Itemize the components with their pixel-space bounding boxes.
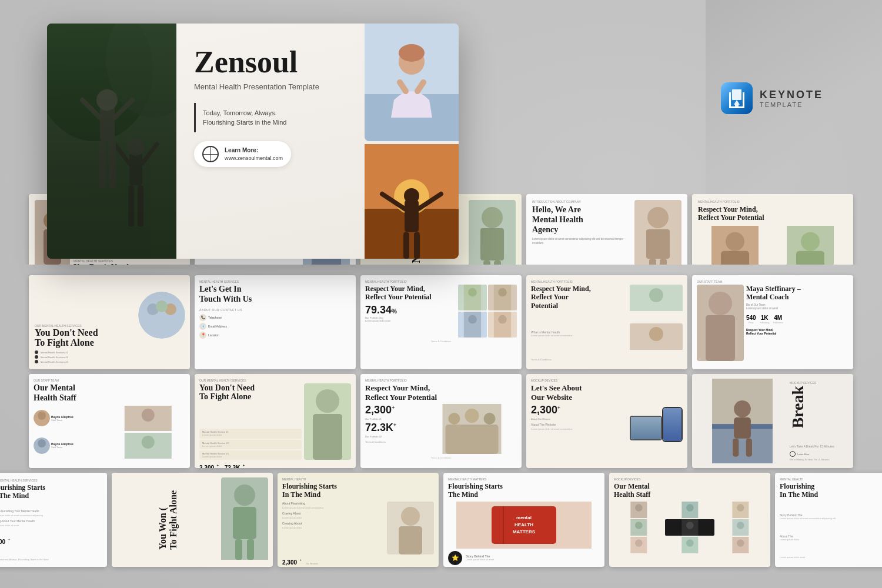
hero-learn-more: Learn More: www.zensoulmental.com (194, 141, 291, 167)
svg-rect-16 (99, 141, 106, 188)
svg-point-70 (649, 288, 663, 302)
svg-rect-108 (235, 539, 242, 560)
svg-point-60 (156, 300, 168, 312)
svg-point-47 (647, 207, 669, 228)
slides-row-1: Our Mental Health Services You Don't Nee… (0, 275, 882, 369)
svg-rect-96 (734, 417, 751, 439)
svg-point-74 (709, 292, 732, 315)
keynote-title: KEYNOTE (760, 89, 823, 101)
svg-rect-98 (746, 439, 752, 457)
hero-tagline: Today, Tomorrow, Always. Flourishing Sta… (194, 103, 359, 132)
svg-rect-53 (721, 250, 749, 265)
slide-fight-alone-stats[interactable]: Our Mental Health Services You Don't Nee… (195, 374, 356, 468)
slide-break[interactable]: Mockup Devices Break Let's Take A Break … (692, 374, 853, 468)
svg-rect-29 (405, 200, 419, 232)
slide-respect-stats[interactable]: Mental Health Portfolio Respect Your Min… (360, 275, 522, 369)
keynote-icon (721, 82, 753, 114)
svg-rect-34 (414, 232, 420, 259)
svg-point-89 (465, 409, 479, 423)
svg-text:MATTERS: MATTERS (513, 529, 536, 534)
svg-rect-4 (733, 106, 741, 108)
svg-rect-18 (128, 185, 134, 226)
svg-point-134 (686, 539, 694, 547)
slide-hello-agency[interactable]: Introduction About Company Hello, We Are… (526, 194, 687, 265)
slide-contact[interactable]: Mental Health Services Let's Get InTouch… (195, 275, 356, 369)
slide-you-won[interactable]: You Won (To Fight Alone (112, 473, 273, 567)
slide-flourishing-2[interactable]: Mental Health Flourishing StartsIn The M… (278, 473, 439, 567)
slide-respect-mind-top[interactable]: Mental Health Portfolio Respect Your Min… (692, 194, 853, 265)
svg-rect-33 (403, 232, 409, 259)
svg-point-136 (737, 539, 744, 547)
slide-website-mockup[interactable]: Mockup Devices Let's See AboutOur Websit… (526, 374, 687, 468)
svg-point-106 (234, 485, 255, 506)
globe-icon (202, 146, 219, 162)
svg-rect-97 (733, 439, 739, 457)
svg-rect-45 (494, 260, 501, 265)
svg-point-120 (635, 504, 643, 512)
slide-flourishing-the-mind[interactable]: Mental Health Matters Flourishing Starts… (443, 473, 604, 567)
svg-rect-3 (735, 105, 739, 106)
svg-point-30 (404, 188, 419, 203)
svg-point-124 (737, 504, 744, 512)
svg-point-42 (482, 207, 503, 228)
svg-point-57 (138, 292, 185, 339)
slide-flourishing-1[interactable]: Our Mental Health Services Flourishing S… (0, 473, 107, 567)
svg-point-79 (141, 409, 154, 422)
slide-fight-alone-large[interactable]: Our Mental Health Services You Don't Nee… (29, 275, 190, 369)
svg-point-25 (399, 44, 425, 62)
slides-row-2: Our Staff Team Our MentalHealth Staff Ba… (0, 374, 882, 468)
svg-text:HEALTH: HEALTH (514, 522, 533, 527)
svg-rect-48 (646, 229, 670, 259)
slide-staff-team[interactable]: Our Staff Team Our MentalHealth Staff Ba… (29, 374, 190, 468)
slide-portfolio-respect[interactable]: Mental Health Portfolio Respect Your Min… (360, 374, 522, 468)
svg-rect-75 (706, 315, 735, 361)
svg-rect-91 (446, 425, 499, 454)
svg-rect-0 (721, 82, 753, 114)
svg-rect-19 (138, 185, 143, 226)
keynote-badge: KEYNOTE TEMPLATE (721, 82, 823, 114)
svg-rect-50 (660, 259, 667, 265)
hero-sunset-photo (365, 144, 459, 259)
svg-rect-109 (247, 539, 254, 560)
svg-rect-8 (100, 106, 115, 141)
svg-rect-12 (129, 153, 142, 185)
hero-slide: Zensoul Mental Health Presentation Templ… (47, 24, 459, 259)
svg-point-13 (127, 138, 145, 156)
svg-point-9 (96, 89, 118, 111)
svg-point-64 (498, 288, 507, 297)
svg-point-111 (401, 507, 420, 526)
svg-marker-2 (734, 100, 740, 105)
svg-point-90 (484, 413, 496, 425)
hero-meditation-photo (365, 24, 459, 141)
svg-rect-44 (483, 260, 490, 265)
slide-flourishing-right[interactable]: Mental Health FlourishingIn The Mind Sto… (775, 473, 882, 567)
svg-rect-56 (796, 250, 824, 265)
svg-text:mental: mental (516, 515, 532, 520)
svg-rect-112 (399, 526, 422, 554)
svg-point-85 (316, 389, 339, 413)
hero-tagline-text: Today, Tomorrow, Always. Flourishing Sta… (203, 108, 286, 128)
svg-point-88 (449, 413, 460, 425)
svg-point-55 (801, 232, 820, 250)
svg-rect-43 (480, 228, 504, 260)
hero-content-area: Zensoul Mental Health Presentation Templ… (176, 24, 376, 259)
svg-rect-49 (649, 259, 656, 265)
hero-subtitle: Mental Health Presentation Template (194, 82, 359, 91)
svg-point-68 (498, 315, 507, 324)
svg-point-52 (726, 232, 744, 250)
svg-rect-1 (732, 89, 741, 100)
hero-learn-text: Learn More: www.zensoulmental.com (225, 146, 283, 162)
svg-point-132 (635, 539, 643, 547)
svg-point-126 (635, 522, 643, 529)
svg-rect-86 (313, 414, 342, 460)
svg-point-72 (649, 327, 663, 341)
keynote-subtitle: TEMPLATE (760, 101, 823, 108)
svg-point-95 (734, 400, 751, 417)
svg-point-66 (468, 315, 477, 324)
svg-point-128 (686, 522, 694, 529)
svg-point-130 (737, 522, 744, 529)
slide-respect-mind-2[interactable]: Mental Health Portfolio Respect Your Min… (526, 275, 687, 369)
slide-staff-maya[interactable]: Our Staff Team Maya Steffinary –Mental C… (692, 275, 853, 369)
slide-staff-grid[interactable]: Mockup Devices Our MentalHealth Staff (609, 473, 770, 567)
keynote-text-block: KEYNOTE TEMPLATE (760, 89, 823, 108)
